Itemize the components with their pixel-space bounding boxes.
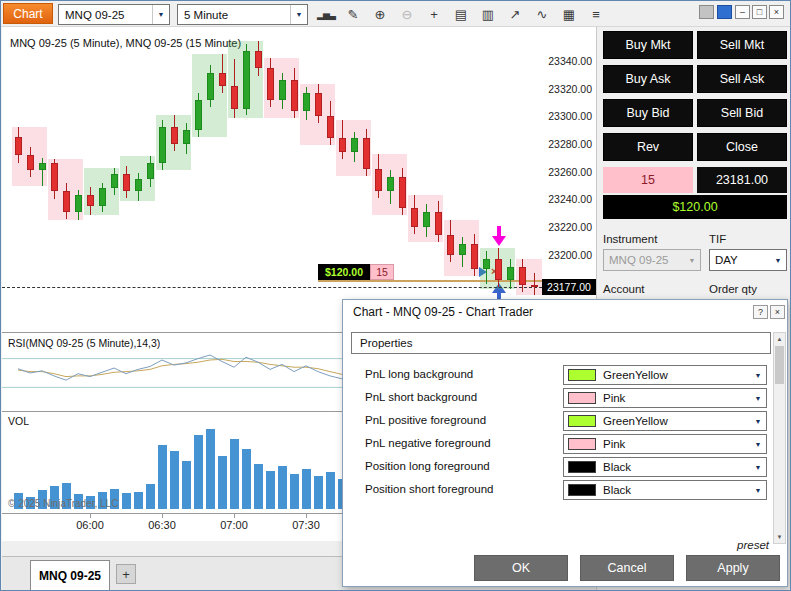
sell-ask-button[interactable]: Sell Ask	[697, 65, 787, 93]
property-label: PnL long background	[365, 368, 473, 380]
property-label: Position long foreground	[365, 460, 490, 472]
chevron-down-icon: ▼	[750, 487, 766, 494]
candlestick	[315, 93, 322, 117]
chevron-down-icon: ▼	[750, 395, 766, 402]
tab-mnq-09-25[interactable]: MNQ 09-25	[30, 560, 110, 591]
maximize-button[interactable]: □	[752, 5, 767, 19]
candlestick	[171, 127, 178, 144]
interval-dropdown[interactable]: 5 Minute ▼	[177, 4, 308, 25]
crosshair-icon[interactable]: +	[425, 5, 443, 24]
price-tick-label: 23320.00	[542, 83, 592, 95]
apply-button[interactable]: Apply	[686, 555, 780, 581]
properties-icon[interactable]: ≡	[587, 5, 605, 24]
property-label: PnL positive foreground	[365, 414, 486, 426]
instrument-dropdown[interactable]: MNQ 09-25 ▼	[58, 4, 170, 25]
tif-dropdown[interactable]: DAY ▼	[709, 249, 787, 271]
candlestick	[183, 130, 190, 144]
close-position-button[interactable]: Close	[697, 133, 787, 161]
candlestick	[111, 174, 118, 188]
price-chart-panel[interactable]: MNQ 09-25 (5 Minute), MNQ 09-25 (15 Minu…	[2, 29, 542, 331]
indicators-icon[interactable]: ∿	[533, 5, 551, 24]
candle-wick	[42, 158, 43, 186]
last-price-marker: 23177.00	[542, 279, 596, 295]
candlestick	[387, 177, 394, 191]
property-color-dropdown[interactable]: GreenYellow▼	[563, 365, 767, 385]
instrument-dropdown-value: MNQ 09-25	[59, 9, 152, 21]
dialog-titlebar[interactable]: Chart - MNQ 09-25 - Chart Trader	[343, 300, 787, 324]
candlestick	[435, 212, 442, 236]
volume-bar	[302, 469, 311, 509]
account-field-label: Account	[603, 283, 645, 295]
dialog-title: Chart - MNQ 09-25 - Chart Trader	[353, 305, 533, 319]
candlestick	[483, 259, 490, 269]
reverse-button[interactable]: Rev	[603, 133, 693, 161]
scrollbar-thumb[interactable]	[775, 346, 784, 384]
property-color-dropdown[interactable]: Pink▼	[563, 434, 767, 454]
candlestick	[399, 177, 406, 207]
candlestick	[15, 137, 22, 155]
candlestick	[255, 51, 262, 68]
candlestick	[99, 188, 106, 206]
property-row: PnL long backgroundGreenYellow▼	[351, 364, 771, 386]
price-tick-label: 23280.00	[542, 138, 592, 150]
dialog-help-button[interactable]: ?	[753, 305, 768, 319]
buy-ask-button[interactable]: Buy Ask	[603, 65, 693, 93]
property-row: Position long foregroundBlack▼	[351, 456, 771, 478]
candlestick	[363, 138, 370, 168]
candlestick	[495, 259, 502, 280]
chevron-down-icon: ▼	[750, 441, 766, 448]
property-color-dropdown[interactable]: Black▼	[563, 480, 767, 500]
price-tick-label: 23240.00	[542, 193, 592, 205]
dialog-scrollbar[interactable]: ▲ ▼	[773, 332, 786, 544]
candlestick	[471, 244, 478, 269]
property-color-dropdown[interactable]: Black▼	[563, 457, 767, 477]
buy-bid-button[interactable]: Buy Bid	[603, 99, 693, 127]
volume-bar	[182, 461, 191, 509]
buy-mkt-button[interactable]: Buy Mkt	[603, 31, 693, 59]
ok-button[interactable]: OK	[474, 555, 568, 581]
chart-trader-icon[interactable]: ↗	[506, 5, 524, 24]
add-tab-button[interactable]: +	[116, 564, 136, 584]
volume-bar	[170, 451, 179, 509]
rsi-label: RSI(MNQ 09-25 (5 Minute),14,3)	[8, 337, 160, 349]
candlestick	[519, 267, 526, 285]
preset-link[interactable]: preset	[737, 539, 769, 551]
chevron-down-icon: ▼	[152, 5, 169, 24]
minimize-button[interactable]: –	[735, 5, 750, 19]
report-icon[interactable]: ▤	[452, 5, 470, 24]
volume-bar	[194, 435, 203, 509]
chevron-down-icon: ▼	[750, 372, 766, 379]
chart-menu-button[interactable]: Chart	[3, 3, 53, 24]
close-button[interactable]: ×	[769, 5, 784, 19]
instrument-link-icon[interactable]	[699, 5, 714, 19]
property-label: PnL short background	[365, 391, 477, 403]
scroll-up-icon[interactable]: ▲	[774, 333, 785, 345]
volume-bar	[266, 471, 275, 509]
position-avg-price: 23181.00	[697, 167, 787, 193]
chart-position-qty-tag: 15	[370, 264, 394, 280]
candlestick	[351, 138, 358, 152]
sell-bid-button[interactable]: Sell Bid	[697, 99, 787, 127]
chart-style-icon[interactable]: ▂▅▃	[317, 5, 335, 24]
price-tick-label: 23300.00	[542, 110, 592, 122]
data-box-icon[interactable]: ▥	[479, 5, 497, 24]
scroll-down-icon[interactable]: ▼	[774, 531, 785, 543]
dialog-close-button[interactable]: ×	[770, 305, 785, 319]
color-swatch	[568, 438, 596, 450]
zoom-in-icon[interactable]: ⊕	[371, 5, 389, 24]
avg-entry-line[interactable]	[318, 280, 542, 282]
chevron-down-icon: ▼	[750, 464, 766, 471]
interval-link-icon[interactable]	[717, 5, 732, 19]
candlestick	[459, 244, 466, 255]
cancel-button[interactable]: Cancel	[580, 555, 674, 581]
sell-mkt-button[interactable]: Sell Mkt	[697, 31, 787, 59]
grid-icon[interactable]: ▦	[560, 5, 578, 24]
property-color-dropdown[interactable]: Pink▼	[563, 388, 767, 408]
time-tick-label: 07:30	[286, 519, 326, 531]
property-color-dropdown[interactable]: GreenYellow▼	[563, 411, 767, 431]
time-tick-label: 06:00	[70, 519, 110, 531]
drawing-tools-icon[interactable]: ✎	[344, 5, 362, 24]
price-axis[interactable]: 23200.0023220.0023240.0023260.0023280.00…	[542, 29, 596, 331]
candlestick	[63, 191, 70, 212]
price-tick-label: 23200.00	[542, 249, 592, 261]
